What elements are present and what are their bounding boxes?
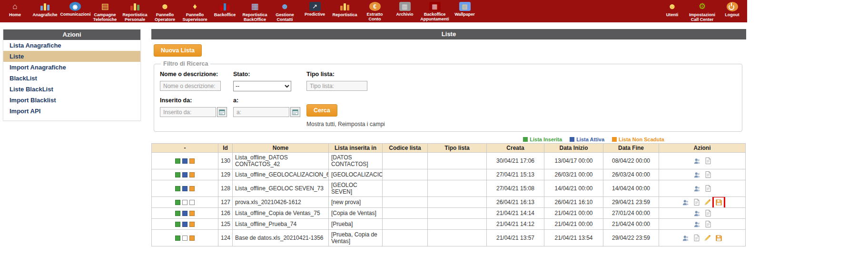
toolbar-item-reportistica[interactable]: Reportistica (330, 0, 360, 22)
toolbar-item-anagrafiche[interactable]: Anagrafiche (30, 0, 60, 22)
edit-pencil-icon[interactable] (704, 198, 711, 206)
column-header-data-inizio: Data Inizio (544, 144, 603, 153)
user-action-icon[interactable] (693, 210, 701, 217)
toolbar-item-label: Predictive (300, 12, 330, 17)
table-row-128: 128Lista_offline_GEOLOC SEVEN_73[GEOLOC … (152, 180, 746, 197)
sidebar-item-import-anagrafiche[interactable]: Import Anagrafiche (3, 62, 140, 73)
sidebar-item-liste-blacklist[interactable]: Liste BlackList (3, 84, 140, 95)
inserted-to-label: a: (233, 97, 306, 104)
actions-cell (659, 230, 746, 246)
status-square-green (175, 236, 180, 241)
toolbar-item-estratto-conto[interactable]: €Estratto Conto (360, 0, 390, 22)
calendar-to-button[interactable] (290, 107, 300, 117)
status-square-empty (182, 200, 187, 205)
sidebar-item-import-blacklist[interactable]: Import Blacklist (3, 95, 140, 106)
column-header-nome: Nome (233, 144, 329, 153)
document-action-icon[interactable] (705, 209, 711, 217)
sidebar-item-blacklist[interactable]: BlackList (3, 73, 140, 84)
toolbar-item-campagne-telefoniche[interactable]: ▤Campagne Telefoniche (90, 0, 120, 22)
toolbar-item-label: Utenti (658, 12, 687, 17)
state-filter-select[interactable]: -- (233, 81, 291, 91)
user-action-icon[interactable] (682, 235, 690, 242)
edit-pencil-icon[interactable] (704, 234, 711, 242)
table-row-129: 129Lista_offline_GEOLOCALIZACION_68[GEOL… (152, 169, 746, 180)
user-action-icon[interactable] (693, 157, 701, 165)
operator-panel-icon: ☻ (159, 1, 171, 11)
lists-table: -IdNomeLista inserita inCodice listaTipo… (151, 143, 746, 246)
start-date-cell: 26/04/21 16:10 (544, 197, 603, 208)
toolbar-item-backoffice[interactable]: Backoffice (210, 0, 240, 22)
column-header-status: - (152, 144, 218, 153)
new-list-button[interactable]: Nuova Lista (154, 44, 202, 57)
document-action-icon[interactable] (693, 234, 700, 242)
personal-report-chart-icon (129, 1, 141, 11)
inserted-from-input[interactable] (160, 107, 216, 117)
user-action-icon[interactable] (693, 185, 701, 192)
inserted-in-cell: [Prueba, Copia de Ventas] (329, 230, 383, 246)
toolbar-item-comunicazioni[interactable]: ◉Comunicazioni (60, 0, 90, 22)
toolbar-item-utenti[interactable]: ☻Utenti (657, 0, 687, 22)
list-type-cell (428, 219, 487, 230)
list-code-cell (383, 208, 428, 219)
sidebar-item-liste[interactable]: Liste (3, 51, 140, 62)
legend-label: Lista Inserita (530, 137, 562, 142)
toolbar-item-impostazioni-call-center[interactable]: ⚙Impostazioni Call Center (687, 0, 717, 22)
type-filter-label: Tipo lista: (306, 71, 380, 78)
id-cell: 130 (218, 153, 233, 169)
document-action-icon[interactable] (705, 185, 711, 192)
toolbar-item-predictive[interactable]: ↗Predictive (300, 0, 330, 22)
sidebar-item-lista-anagrafiche[interactable]: Lista Anagrafiche (3, 40, 140, 51)
toolbar-item-backoffice-appuntamenti[interactable]: ▦Backoffice Appuntamenti (420, 0, 450, 22)
name-filter-label: Nome o descrizione: (160, 71, 233, 78)
save-disk-icon[interactable] (715, 235, 722, 242)
end-date-cell: 26/03/24 00:00 (603, 169, 659, 180)
toolbar-item-reportistica-personale[interactable]: Reportistica Personale (120, 0, 150, 22)
id-cell: 125 (218, 219, 233, 230)
document-action-icon[interactable] (705, 220, 711, 228)
legend-label: Lista Non Scaduta (619, 137, 664, 142)
save-disk-icon[interactable] (715, 199, 722, 206)
user-action-icon[interactable] (693, 221, 701, 228)
inserted-to-input[interactable] (233, 107, 289, 117)
name-filter-input[interactable] (160, 81, 221, 91)
filter-link-reimposta-i-campi[interactable]: Reimposta i campi (338, 121, 385, 128)
calendar-from-button[interactable] (217, 107, 227, 117)
type-filter-input[interactable] (306, 81, 367, 91)
logout-power-icon (727, 2, 738, 11)
toolbar-left: ⌂HomeAnagrafiche◉Comunicazioni▤Campagne … (0, 0, 480, 22)
created-cell: 27/04/21 15:13 (487, 169, 544, 180)
toolbar-item-label: Reportistica BackOffice (240, 12, 270, 22)
filter-link-mostra-tutti[interactable]: Mostra tutti (306, 121, 335, 128)
toolbar-item-wallpaper[interactable]: ▨Wallpaper (450, 0, 480, 22)
contacts-management-icon: ☻ (279, 1, 291, 11)
table-row-125: 125Lista_offline_Prueba_74[Prueba]21/04/… (152, 219, 746, 230)
calendar-icon (292, 109, 298, 115)
toolbar-item-reportistica-backoffice[interactable]: ▦Reportistica BackOffice (240, 0, 270, 22)
toolbar-item-gestione-contatti[interactable]: ☻Gestione Contatti (270, 0, 300, 22)
toolbar-item-archivio[interactable]: ▥Archivio (390, 0, 420, 22)
name-cell: prova.xls_20210426-1612 (233, 197, 329, 208)
toolbar-item-home[interactable]: ⌂Home (0, 0, 30, 22)
toolbar-item-logout[interactable]: Logout (717, 0, 747, 22)
document-action-icon[interactable] (705, 171, 711, 178)
user-action-icon[interactable] (693, 171, 701, 178)
search-button[interactable]: Cerca (306, 104, 337, 117)
status-square-orange (189, 186, 195, 191)
toolbar-item-pannello-operatore[interactable]: ☻Pannello Operatore (150, 0, 180, 22)
euro-statement-icon: € (369, 2, 381, 11)
sidebar: Azioni Lista AnagraficheListeImport Anag… (3, 29, 141, 121)
list-code-cell (383, 153, 428, 169)
campaigns-folder-icon: ▤ (99, 1, 111, 11)
table-row-126: 126Lista_offline_Copia de Ventas_75[Copi… (152, 208, 746, 219)
sidebar-item-import-api[interactable]: Import API (3, 106, 140, 117)
document-action-icon[interactable] (693, 198, 700, 206)
document-action-icon[interactable] (705, 157, 711, 165)
user-action-icon[interactable] (682, 199, 690, 206)
backoffice-chart-icon (219, 1, 231, 11)
inserted-in-cell: [GEOLOC SEVEN] (329, 180, 383, 197)
name-cell: Lista_offline_GEOLOCALIZACION_68 (233, 169, 329, 180)
toolbar-item-label: Wallpaper (450, 12, 480, 17)
filter-fieldset: Filtro di Ricerca Nome o descrizione: St… (154, 60, 742, 132)
predictive-chart-icon: ↗ (309, 2, 321, 11)
toolbar-item-pannello-supervisore[interactable]: ♦Pannello Supervisore (180, 0, 210, 22)
